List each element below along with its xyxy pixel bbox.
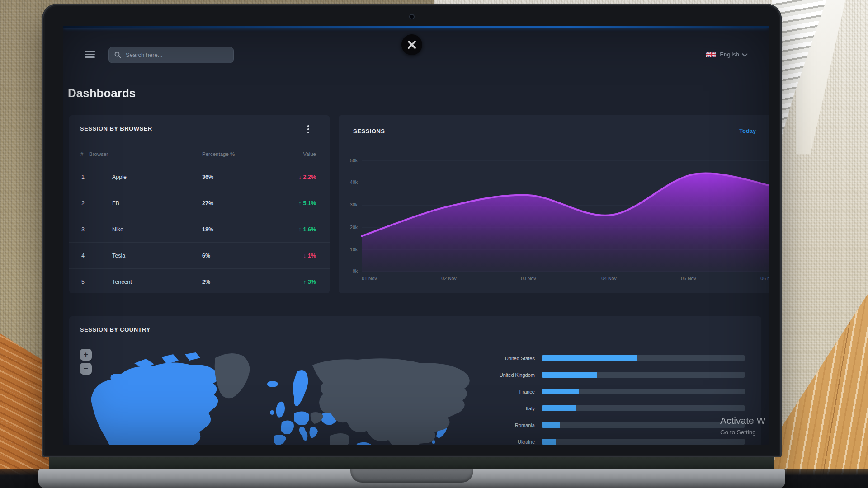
cell-value: ↑3%	[303, 279, 316, 285]
card-title: SESSIONS	[353, 128, 385, 135]
country-row: Ukraine	[444, 433, 752, 445]
bar-track	[542, 439, 745, 445]
trend-arrow-icon: ↑	[303, 279, 306, 285]
y-tick: 30k	[342, 202, 358, 207]
col-value: Value	[303, 151, 316, 157]
table-header: # Browser Percentage % Value	[69, 151, 330, 164]
x-tick: 05 Nov	[675, 276, 702, 281]
trend-arrow-icon: ↓	[303, 253, 306, 259]
world-map	[77, 345, 484, 445]
bar-fill	[542, 389, 579, 394]
chevron-down-icon	[742, 51, 748, 57]
close-button[interactable]	[401, 34, 422, 55]
menu-icon[interactable]	[85, 51, 95, 58]
country-row: Romania	[444, 417, 752, 433]
y-tick: 20k	[342, 225, 358, 230]
page-title: Dashboards	[68, 86, 136, 100]
cell-browser: Tencent	[112, 279, 132, 285]
country-row: Italy	[444, 400, 752, 417]
table-row: 2 FB 27% ↑5.1%	[69, 190, 330, 216]
cell-percentage: 36%	[202, 174, 213, 180]
laptop-screen: English Dashboards SESSION BY BROWSER # …	[63, 26, 769, 445]
bar-track	[542, 422, 745, 428]
area-fill	[362, 174, 769, 272]
bar-track	[542, 389, 745, 394]
laptop-lid-notch	[350, 469, 473, 483]
cell-rank: 3	[81, 226, 85, 233]
cell-percentage: 27%	[202, 200, 213, 206]
cell-value: ↑5.1%	[298, 200, 316, 206]
search-input[interactable]	[125, 51, 228, 59]
cell-browser: Nike	[112, 226, 123, 233]
search-box[interactable]	[108, 47, 234, 63]
range-today-link[interactable]: Today	[739, 127, 756, 134]
card-title: SESSION BY BROWSER	[80, 125, 152, 132]
cell-value: ↑1.6%	[298, 226, 316, 233]
bar-track	[542, 405, 745, 411]
bar-track	[542, 355, 745, 361]
sessions-area-chart	[362, 158, 769, 276]
cell-value: ↓1%	[303, 253, 316, 259]
col-rank: #	[80, 151, 83, 157]
y-tick: 10k	[342, 247, 358, 252]
laptop-base	[38, 469, 785, 488]
country-row: France	[444, 383, 752, 400]
window-top-accent	[63, 26, 769, 28]
cell-value: ↓2.2%	[298, 174, 316, 180]
country-label: France	[444, 389, 535, 394]
bar-fill	[542, 405, 576, 411]
bar-fill	[542, 422, 560, 428]
table-row: 3 Nike 18% ↑1.6%	[69, 216, 330, 243]
country-label: Romania	[444, 422, 535, 428]
cell-rank: 4	[81, 253, 85, 259]
cell-percentage: 18%	[202, 226, 213, 233]
cell-browser: FB	[112, 200, 119, 206]
country-label: United Kingdom	[444, 372, 535, 378]
photo-scene: English Dashboards SESSION BY BROWSER # …	[0, 0, 868, 488]
cell-browser: Apple	[112, 174, 127, 180]
bar-track	[542, 372, 745, 378]
cell-rank: 1	[81, 174, 85, 180]
bar-fill	[542, 355, 637, 361]
x-tick: 01 Nov	[356, 276, 383, 281]
country-row: United Kingdom	[444, 366, 752, 383]
y-tick: 50k	[342, 158, 358, 163]
country-label: Italy	[444, 406, 535, 411]
x-tick: 03 Nov	[515, 276, 542, 281]
country-label: Ukraine	[444, 439, 535, 445]
language-selector[interactable]: English	[706, 51, 747, 58]
cell-browser: Tesla	[112, 253, 125, 259]
table-row: 1 Apple 36% ↓2.2%	[69, 164, 330, 190]
cell-percentage: 6%	[202, 253, 210, 259]
trend-arrow-icon: ↑	[298, 200, 301, 206]
sessions-card: SESSIONS Today 50k 40k 30k 20k 10k 0k	[339, 115, 769, 293]
webcam-dot	[410, 15, 414, 19]
laptop: English Dashboards SESSION BY BROWSER # …	[42, 4, 782, 485]
card-title: SESSION BY COUNTRY	[80, 326, 151, 333]
y-tick: 0k	[342, 268, 358, 274]
session-by-browser-card: SESSION BY BROWSER # Browser Percentage …	[69, 115, 330, 293]
x-tick: 02 Nov	[435, 276, 462, 281]
trend-arrow-icon: ↑	[298, 226, 301, 233]
col-browser: Browser	[89, 151, 108, 157]
table-row: 4 Tesla 6% ↓1%	[69, 242, 330, 269]
cell-rank: 5	[81, 279, 85, 285]
table-row: 5 Tencent 2% ↑3%	[69, 268, 330, 295]
col-percentage: Percentage %	[202, 151, 235, 157]
x-tick: 06 Nov	[755, 276, 769, 281]
search-icon	[114, 52, 121, 58]
bar-fill	[542, 439, 556, 445]
language-label: English	[720, 51, 739, 58]
session-by-country-card: SESSION BY COUNTRY + −	[69, 316, 761, 445]
uk-flag-icon	[706, 52, 716, 57]
bar-fill	[542, 372, 597, 378]
cell-percentage: 2%	[202, 279, 210, 285]
country-label: United States	[444, 356, 535, 361]
close-icon	[407, 40, 417, 50]
country-row: United States	[444, 350, 752, 366]
y-tick: 40k	[342, 179, 358, 185]
x-tick: 04 Nov	[595, 276, 623, 281]
country-bar-chart: United States United Kingdom France	[444, 350, 752, 445]
cell-rank: 2	[81, 200, 85, 206]
kebab-menu-icon[interactable]	[305, 124, 311, 134]
